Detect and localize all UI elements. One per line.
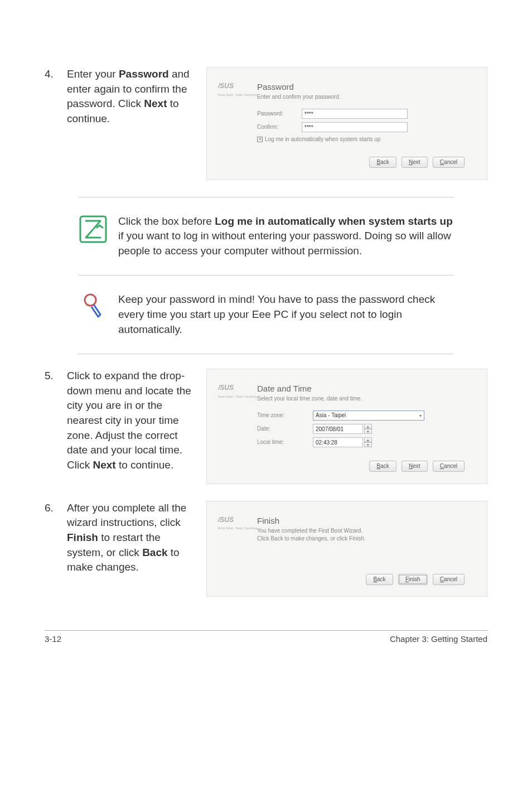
date-label: Date: (257, 425, 313, 433)
step-number: 5. (45, 369, 67, 484)
password-dialog: /SUS Rock Solid · Heart Touching Passwor… (206, 67, 487, 180)
back-button[interactable]: Back (369, 461, 396, 472)
cancel-button[interactable]: Cancel (433, 461, 465, 472)
back-button[interactable]: BBackack (369, 157, 396, 168)
next-button[interactable]: Next (402, 461, 428, 472)
text-bold: Password (119, 68, 169, 80)
text: to continue. (116, 459, 174, 471)
step-number: 4. (45, 67, 67, 180)
step-body: Click to expand the drop-down menu and l… (67, 369, 206, 484)
password-label: Password: (257, 110, 302, 118)
svg-text:/SUS: /SUS (218, 516, 234, 524)
time-input[interactable]: 02:43:28 (313, 437, 363, 447)
timezone-label: Time zone: (257, 412, 313, 419)
timezone-select[interactable]: Asia - Taipei ▾ (313, 410, 424, 421)
datetime-dialog: /SUS Rock Solid · Heart Touching Date an… (206, 369, 487, 484)
asus-logo: /SUS Rock Solid · Heart Touching (218, 81, 257, 97)
svg-point-2 (85, 294, 96, 306)
date-input[interactable]: 2007/08/01 (313, 424, 363, 434)
text-bold: Log me in automatically when system star… (215, 215, 453, 227)
autologin-checkbox[interactable]: ✕ (257, 137, 263, 142)
step-body: Enter your Password and enter again to c… (67, 67, 206, 180)
note-text: Click the box before Log me in automatic… (118, 214, 454, 259)
text: After you complete all the wizard instru… (67, 502, 186, 529)
back-button[interactable]: Back (366, 574, 393, 585)
time-down-button[interactable]: ▾ (364, 442, 372, 447)
tip-icon (78, 292, 108, 322)
asus-logo: /SUS Rock Solid · Heart Touching (218, 383, 257, 399)
confirm-input[interactable]: **** (302, 122, 408, 132)
page-number: 3-12 (45, 633, 61, 645)
date-down-button[interactable]: ▾ (364, 429, 372, 434)
dialog-subtitle: Select your local time zone, date and ti… (257, 395, 476, 403)
finish-button[interactable]: Finish (398, 574, 428, 585)
time-up-button[interactable]: ▴ (364, 437, 372, 442)
text: if you want to log in without entering y… (118, 230, 451, 257)
note-icon (78, 214, 108, 244)
cancel-button[interactable]: Cancel (433, 157, 465, 168)
text-bold: Next (144, 98, 167, 109)
note-text: Keep your password in mind! You have to … (118, 292, 454, 337)
timezone-value: Asia - Taipei (316, 412, 346, 419)
step-body: After you complete all the wizard instru… (67, 501, 206, 597)
dialog-subtitle: Enter and confirm your password. (257, 93, 476, 101)
text-bold: Finish (67, 532, 98, 543)
svg-text:/SUS: /SUS (218, 82, 234, 90)
text: Click the box before (118, 215, 215, 227)
text-bold: Back (142, 547, 167, 558)
dialog-title: Password (257, 81, 476, 93)
dialog-title: Finish (257, 515, 476, 526)
step-number: 6. (45, 501, 67, 597)
asus-logo: /SUS Rock Solid · Heart Touching (218, 515, 257, 531)
finish-dialog: /SUS Rock Solid · Heart Touching Finish … (206, 501, 487, 597)
next-button[interactable]: Next (402, 157, 428, 168)
time-label: Local time: (257, 438, 313, 446)
autologin-label: Log me in automatically when system star… (265, 136, 380, 143)
text: Enter your (67, 68, 119, 80)
cancel-button[interactable]: Cancel (433, 574, 465, 585)
chapter-title: Chapter 3: Getting Started (390, 633, 487, 645)
dialog-subtitle: You have completed the First Boot Wizard… (257, 527, 476, 543)
confirm-label: Confirm: (257, 123, 302, 131)
date-up-button[interactable]: ▴ (364, 424, 372, 429)
dialog-title: Date and Time (257, 383, 476, 394)
svg-text:/SUS: /SUS (218, 384, 234, 392)
password-input[interactable]: **** (302, 109, 408, 119)
chevron-down-icon: ▾ (419, 413, 422, 419)
text-bold: Next (93, 459, 115, 471)
text: Click to expand the drop-down menu and l… (67, 370, 191, 471)
